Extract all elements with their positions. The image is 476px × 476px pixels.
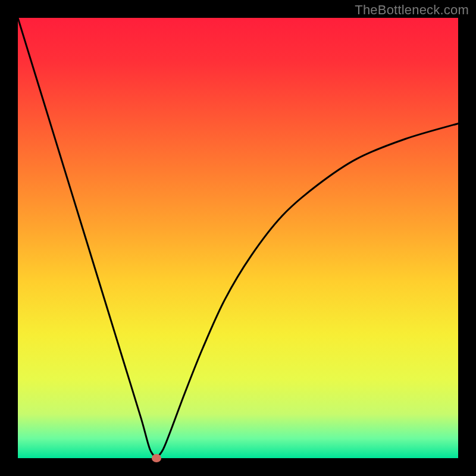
minimum-marker <box>152 454 161 462</box>
watermark-label: TheBottleneck.com <box>355 2 469 18</box>
plot-area <box>18 18 458 458</box>
plot-svg <box>18 18 458 458</box>
gradient-background <box>18 18 458 458</box>
chart-frame: TheBottleneck.com <box>0 0 476 476</box>
